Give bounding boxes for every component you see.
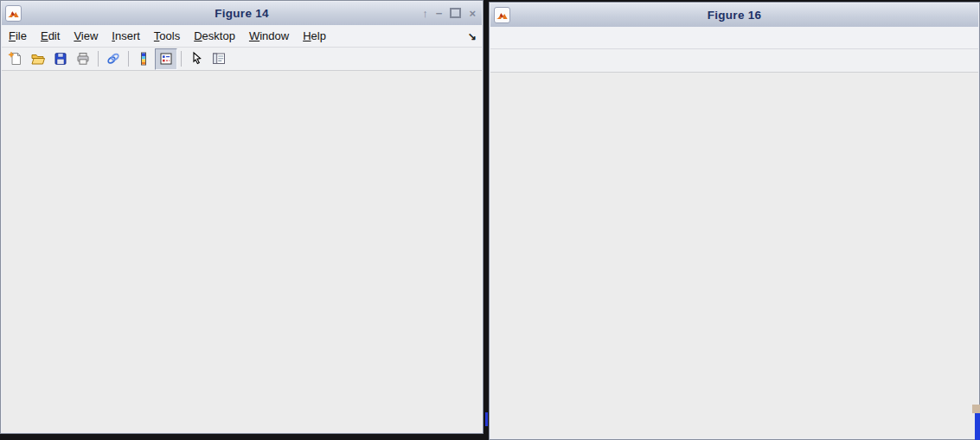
matlab-logo-icon bbox=[5, 5, 22, 22]
new-document-icon bbox=[8, 51, 23, 67]
figure-canvas bbox=[490, 73, 978, 438]
figure-toolbar bbox=[490, 49, 978, 73]
menu-help[interactable]: Help bbox=[296, 27, 333, 45]
menu-insert[interactable]: Insert bbox=[105, 27, 147, 45]
shade-button[interactable]: ↑ bbox=[422, 8, 428, 19]
edit-plot-button[interactable] bbox=[185, 48, 208, 70]
property-inspector-button[interactable] bbox=[208, 48, 230, 70]
maximize-button[interactable] bbox=[450, 8, 461, 20]
title-bar[interactable]: Figure 16 bbox=[490, 3, 978, 28]
insert-colorbar-icon bbox=[136, 51, 151, 67]
link-plot-button[interactable] bbox=[102, 48, 125, 70]
print-button[interactable] bbox=[72, 48, 94, 70]
dock-figure-icon[interactable]: ↘ bbox=[468, 30, 477, 42]
matlab-logo-icon bbox=[494, 7, 510, 23]
menu-edit[interactable]: Edit bbox=[34, 27, 67, 45]
figure-window-14: Figure 14 ↑−× FileEditViewInsertToolsDes… bbox=[0, 0, 484, 434]
link-plot-icon bbox=[106, 51, 121, 67]
menu-tools[interactable]: Tools bbox=[147, 27, 187, 45]
insert-colorbar-button[interactable] bbox=[132, 48, 155, 70]
menu-view[interactable]: View bbox=[67, 27, 105, 45]
menu-bar bbox=[490, 27, 978, 49]
menu-bar: FileEditViewInsertToolsDesktopWindowHelp… bbox=[2, 25, 482, 48]
menu-file[interactable]: File bbox=[2, 27, 34, 45]
save-button[interactable] bbox=[49, 48, 72, 70]
maximize-icon bbox=[450, 8, 461, 18]
title-bar[interactable]: Figure 14 ↑−× bbox=[2, 2, 482, 26]
toolbar-separator bbox=[181, 51, 182, 67]
insert-legend-button[interactable] bbox=[155, 48, 177, 70]
minimize-button[interactable]: − bbox=[436, 8, 443, 19]
print-icon bbox=[75, 51, 91, 67]
desktop: { "menu_items": ["File", "Edit", "View",… bbox=[0, 0, 980, 440]
toolbar-separator bbox=[128, 51, 129, 67]
close-button[interactable]: × bbox=[469, 8, 476, 19]
figure-window-16: Figure 16 bbox=[489, 2, 980, 440]
toolbar-separator bbox=[98, 51, 99, 67]
figure-toolbar bbox=[2, 48, 482, 71]
save-icon bbox=[53, 51, 68, 67]
property-inspector-icon bbox=[211, 51, 227, 67]
menu-window[interactable]: Window bbox=[242, 27, 296, 45]
window-controls: ↑−× bbox=[422, 2, 476, 25]
open-folder-icon bbox=[30, 51, 46, 67]
window-title: Figure 16 bbox=[490, 9, 978, 22]
new-document-button[interactable] bbox=[4, 48, 27, 70]
figure-canvas bbox=[2, 71, 482, 432]
window-edge-artifact bbox=[485, 412, 488, 426]
insert-legend-icon bbox=[158, 51, 174, 67]
window-title: Figure 14 bbox=[2, 7, 482, 20]
desktop-artifact bbox=[975, 413, 980, 440]
menu-desktop[interactable]: Desktop bbox=[187, 27, 242, 45]
open-folder-button[interactable] bbox=[27, 48, 49, 70]
edit-plot-icon bbox=[189, 51, 204, 67]
desktop-artifact bbox=[972, 405, 980, 413]
